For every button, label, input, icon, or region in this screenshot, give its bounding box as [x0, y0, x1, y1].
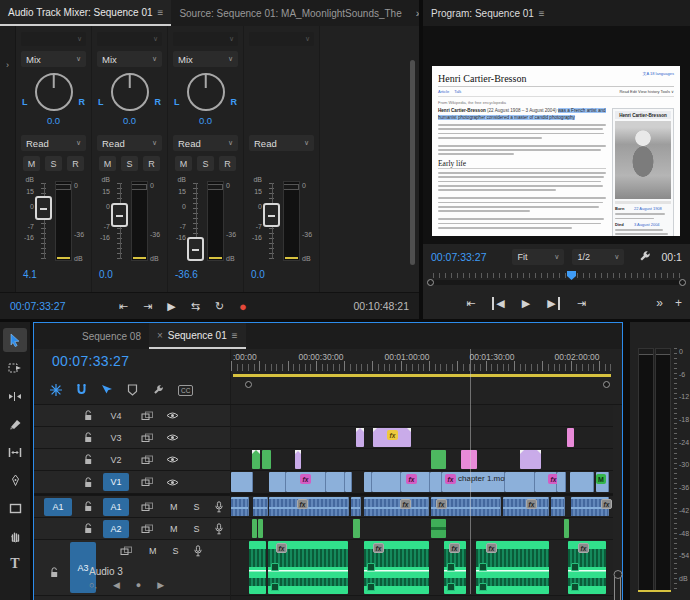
pan-value[interactable]: 0.0: [21, 115, 86, 126]
sync-lock-icon[interactable]: [141, 524, 154, 534]
toggle-track-output-eye-icon[interactable]: [166, 455, 179, 464]
automation-mode-select[interactable]: Read∨: [21, 135, 86, 151]
step-forward-button[interactable]: ▶: [547, 297, 559, 310]
timeline-clip[interactable]: [252, 519, 257, 538]
timeline-clip[interactable]: fx: [568, 541, 606, 594]
timeline-clip[interactable]: [262, 450, 271, 469]
panel-menu-icon[interactable]: ≡: [232, 330, 238, 341]
channel-volume-value[interactable]: 0.0: [97, 265, 162, 284]
timeline-clip[interactable]: [564, 519, 569, 538]
solo-button[interactable]: S: [194, 524, 200, 534]
tab-close-icon[interactable]: ×: [157, 330, 163, 341]
mixer-expand-strip[interactable]: ›: [0, 26, 16, 292]
pan-knob[interactable]: [35, 73, 73, 111]
timeline-clip[interactable]: [570, 472, 594, 492]
timeline-clip[interactable]: [505, 472, 535, 492]
timeline-clip[interactable]: fx: [503, 497, 549, 516]
pan-knob[interactable]: [187, 73, 225, 111]
record-arm-button[interactable]: R: [219, 156, 236, 171]
timeline-clip[interactable]: [258, 519, 263, 538]
step-back-button[interactable]: ◀: [492, 297, 504, 310]
fx-badge[interactable]: fx: [406, 474, 417, 484]
timeline-clip[interactable]: fx: [401, 472, 430, 492]
fx-badge[interactable]: fx: [578, 543, 589, 553]
toggle-track-output-eye-icon[interactable]: [166, 411, 179, 420]
timeline-clip[interactable]: fx: [364, 497, 429, 516]
zoom-level-select[interactable]: Fit∨: [512, 249, 564, 265]
timeline-clip[interactable]: fx: [444, 541, 466, 594]
timeline-clip[interactable]: fx: [269, 497, 349, 516]
timeline-clip[interactable]: [372, 472, 401, 492]
mute-button[interactable]: M: [170, 502, 178, 512]
effects-slot-dropdown[interactable]: ∨: [21, 32, 86, 46]
source-patch-empty[interactable]: [44, 451, 72, 469]
pan-automation-select[interactable]: Mix∨: [21, 51, 86, 67]
channel-volume-value[interactable]: 0.0: [249, 265, 314, 284]
timeline-clip[interactable]: fx: [373, 428, 411, 447]
work-area-bar[interactable]: [233, 374, 611, 377]
rectangle-tool[interactable]: [3, 496, 27, 520]
next-keyframe-icon[interactable]: ▶: [157, 580, 164, 590]
fader-handle[interactable]: [35, 196, 52, 220]
timeline-clip[interactable]: [249, 541, 266, 594]
effects-slot-dropdown[interactable]: ∨: [97, 32, 162, 46]
timeline-clip[interactable]: fx: [571, 497, 609, 516]
voiceover-record-mic-icon[interactable]: [214, 523, 224, 535]
fx-badge[interactable]: fx: [276, 543, 287, 553]
timeline-clip[interactable]: [231, 497, 249, 516]
program-mini-timeline[interactable]: [429, 270, 684, 288]
pan-value[interactable]: 0.0: [173, 115, 238, 126]
type-tool[interactable]: T: [3, 552, 27, 576]
fx-badge[interactable]: fx: [601, 499, 612, 509]
source-patch-empty[interactable]: [44, 429, 72, 447]
timeline-vertical-scrollbar[interactable]: [614, 573, 621, 600]
tab-source-monitor[interactable]: Source: Sequence 01: MA_MoonlightSounds_…: [171, 0, 409, 26]
mute-button[interactable]: M: [170, 524, 178, 534]
play-in-to-out-button[interactable]: ⇆: [191, 300, 200, 313]
fader-handle[interactable]: [263, 203, 280, 227]
sync-lock-icon[interactable]: [141, 433, 154, 443]
channel-volume-value[interactable]: 4.1: [21, 265, 86, 284]
solo-button[interactable]: S: [194, 502, 200, 512]
panel-menu-icon[interactable]: ≡: [539, 8, 545, 19]
source-patch-empty[interactable]: [44, 542, 72, 560]
track-label-v1[interactable]: V1: [103, 473, 129, 491]
timeline-clip[interactable]: [351, 497, 361, 516]
timeline-clip[interactable]: fx: [268, 541, 348, 594]
nest-sequences-icon[interactable]: [50, 384, 62, 396]
fx-badge[interactable]: fx: [300, 474, 311, 484]
source-patch-empty[interactable]: [44, 473, 72, 491]
track-label-a2[interactable]: A2: [103, 520, 129, 538]
automation-mode-select[interactable]: Read∨: [249, 135, 314, 151]
timeline-clip[interactable]: [461, 450, 477, 469]
sync-lock-icon[interactable]: [120, 546, 133, 556]
track-select-forward-tool[interactable]: [3, 356, 27, 380]
track-lock-icon[interactable]: [84, 432, 93, 443]
fader-handle[interactable]: [187, 237, 204, 261]
timeline-clip[interactable]: [551, 497, 565, 516]
fx-badge[interactable]: fx: [373, 543, 384, 553]
timeline-clip[interactable]: [364, 472, 372, 492]
mute-button[interactable]: M: [99, 156, 116, 171]
tab-sequence-08[interactable]: Sequence 08: [74, 323, 149, 349]
tab-audio-track-mixer[interactable]: Audio Track Mixer: Sequence 01 ≡: [0, 0, 171, 26]
keyframe-dot-icon[interactable]: ●: [136, 580, 141, 590]
timeline-clip[interactable]: [430, 472, 442, 492]
playback-resolution-select[interactable]: 1/2∨: [572, 249, 624, 265]
go-to-out-button[interactable]: ⇥: [143, 300, 152, 313]
timeline-clip[interactable]: [520, 450, 541, 469]
expand-chevron-icon[interactable]: ›: [6, 60, 9, 70]
timeline-clip[interactable]: [295, 450, 301, 469]
slip-tool[interactable]: [3, 440, 27, 464]
fx-badge[interactable]: fx: [449, 543, 460, 553]
timeline-clip[interactable]: [557, 472, 566, 492]
timeline-clip[interactable]: fx: [476, 541, 549, 594]
mute-button[interactable]: M: [149, 546, 157, 556]
navigator-rail[interactable]: [429, 280, 684, 285]
ripple-edit-tool[interactable]: [3, 384, 27, 408]
toggle-track-output-eye-icon[interactable]: [166, 478, 179, 487]
captions-icon[interactable]: CC: [178, 385, 193, 396]
tab-program[interactable]: Program: Sequence 01 ≡: [423, 0, 553, 26]
navigator-left-handle[interactable]: [245, 381, 252, 388]
mute-button[interactable]: M: [175, 156, 192, 171]
